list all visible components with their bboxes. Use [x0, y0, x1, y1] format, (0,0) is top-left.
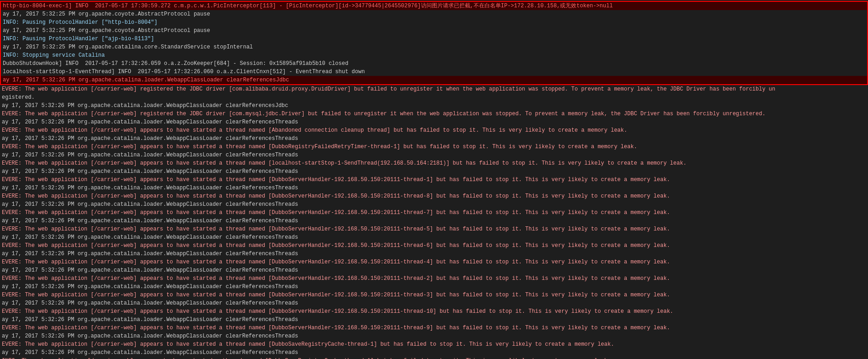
log-line: ay 17, 2017 5:32:26 PM org.apache.catali… — [0, 299, 868, 307]
log-line: EVERE: The web application [/carrier-web… — [0, 291, 868, 299]
log-line: EVERE: The web application [/carrier-web… — [0, 159, 868, 167]
log-line: EVERE: The web application [/carrier-web… — [0, 340, 868, 348]
log-line: EVERE: The web application [/carrier-web… — [0, 143, 868, 151]
log-line: ay 17, 2017 5:32:26 PM org.apache.catali… — [0, 266, 868, 274]
log-line: ay 17, 2017 5:32:26 PM org.apache.catali… — [0, 134, 868, 143]
log-line: INFO: Pausing ProtocolHandler ["http-bio… — [1, 18, 867, 27]
log-line: ay 17, 2017 5:32:26 PM org.apache.catali… — [0, 102, 868, 110]
log-line: ay 17, 2017 5:32:26 PM org.apache.catali… — [0, 332, 868, 340]
log-line: INFO: Pausing ProtocolHandler ["ajp-bio-… — [1, 35, 867, 43]
log-line: ay 17, 2017 5:32:26 PM org.apache.catali… — [0, 200, 868, 209]
log-line: ay 17, 2017 5:32:25 PM org.apache.coyote… — [1, 27, 867, 35]
log-line: localhost-startStop-1-EventThread] INFO … — [1, 68, 867, 76]
log-line: EVERE: The web application [/carrier-web… — [0, 258, 868, 266]
log-line: INFO: Stopping service Catalina — [1, 51, 867, 59]
log-line: DubboShutdownHook] INFO 2017-05-17 17:32… — [1, 59, 867, 68]
log-line: EVERE: The web application [/carrier-web… — [0, 176, 868, 184]
log-line: ay 17, 2017 5:32:26 PM org.apache.catali… — [0, 184, 868, 192]
log-line: ay 17, 2017 5:32:26 PM org.apache.catali… — [0, 250, 868, 258]
log-line: EVERE: The web application [/carrier-web… — [0, 241, 868, 250]
log-line: EVERE: The web application [/carrier-web… — [0, 110, 868, 118]
log-line: ay 17, 2017 5:32:26 PM org.apache.catali… — [1, 76, 867, 84]
log-line: egistered. — [0, 93, 868, 102]
log-line: http-bio-8004-exec-1] INFO 2017-05-17 17… — [1, 2, 867, 10]
log-line: ay 17, 2017 5:32:26 PM org.apache.catali… — [0, 283, 868, 291]
log-line: EVERE: The web application [/carrier-web… — [0, 85, 868, 93]
log-line: ay 17, 2017 5:32:25 PM org.apache.coyote… — [1, 10, 867, 18]
log-line: EVERE: The web application [/carrier-web… — [0, 307, 868, 316]
log-line: EVERE: The web application [/carrier-web… — [0, 192, 868, 200]
log-line: ay 17, 2017 5:32:26 PM org.apache.catali… — [0, 316, 868, 324]
log-line: ay 17, 2017 5:32:26 PM org.apache.catali… — [0, 348, 868, 357]
log-line: EVERE: The web application [/carrier-web… — [0, 225, 868, 233]
log-line: ay 17, 2017 5:32:26 PM org.apache.catali… — [0, 118, 868, 126]
log-line: ay 17, 2017 5:32:25 PM org.apache.catali… — [1, 43, 867, 51]
log-line: EVERE: The web application [/carrier-web… — [0, 274, 868, 283]
log-line: ay 17, 2017 5:32:26 PM org.apache.catali… — [0, 233, 868, 241]
log-line: EVERE: The web application [/carrier-web… — [0, 209, 868, 217]
log-line: EVERE: The web application [/carrier-web… — [0, 126, 868, 134]
highlight-border-box: http-bio-8004-exec-1] INFO 2017-05-17 17… — [0, 1, 868, 85]
log-line: ay 17, 2017 5:32:26 PM org.apache.catali… — [0, 217, 868, 225]
log-line: ay 17, 2017 5:32:26 PM org.apache.catali… — [0, 151, 868, 159]
log-line: EVERE: The web application [/carrier-web… — [0, 324, 868, 332]
log-container: http-bio-8004-exec-1] INFO 2017-05-17 17… — [0, 0, 868, 359]
log-line: ay 17, 2017 5:32:26 PM org.apache.catali… — [0, 167, 868, 176]
log-line: INFO: The web application [/carrier-web]… — [0, 357, 868, 359]
